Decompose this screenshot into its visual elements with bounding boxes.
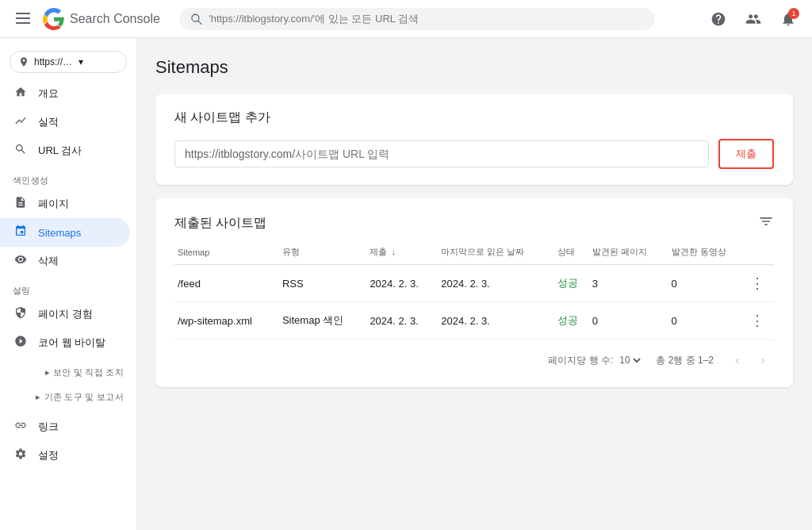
per-page: 페이지당 행 수: 10 25 50 — [548, 354, 643, 367]
sidebar-item-pages[interactable]: 페이지 — [0, 190, 130, 218]
sitemap-url-input-wrapper[interactable]: https://itblogstory.com/ — [174, 140, 709, 167]
site-url: https://itblogstory.c... — [34, 56, 74, 67]
url-prefix: https://itblogstory.com/ — [185, 148, 295, 160]
col-last-read: 마지막으로 읽은 날짜 — [438, 240, 553, 265]
section-security-label: 보안 및 직접 조치 — [53, 367, 124, 378]
section-indexing: 색인생성 — [0, 165, 136, 190]
page-nav: ‹ › — [726, 349, 774, 371]
section-security-expand: ▸ — [45, 367, 50, 378]
submitted-sitemaps-card: 제출된 사이트맵 Sitemap 유형 제출 ↓ 마지막으로 읽은 날짜 상태 … — [155, 198, 793, 387]
removals-icon — [13, 253, 29, 269]
search-input[interactable] — [209, 13, 644, 25]
per-page-label: 페이지당 행 수: — [548, 354, 613, 367]
sitemap-submitted-2: 2024. 2. 3. — [366, 302, 438, 340]
section-settings-label: 설링 — [13, 286, 31, 295]
pagination: 페이지당 행 수: 10 25 50 총 2행 중 1–2 ‹ › — [174, 340, 774, 371]
per-page-select[interactable]: 10 25 50 — [616, 354, 643, 367]
col-type: 유형 — [279, 240, 366, 265]
help-button[interactable] — [704, 5, 733, 33]
dropdown-icon: ▾ — [79, 56, 118, 67]
sidebar-label-url-inspection: URL 검사 — [38, 144, 82, 158]
section-security: ▸ 보안 및 직접 조치 — [0, 357, 136, 382]
add-sitemap-form: https://itblogstory.com/ 제출 — [174, 139, 774, 169]
sidebar-item-sitemaps[interactable]: Sitemaps — [0, 218, 130, 247]
sidebar-label-overview: 개요 — [38, 86, 59, 101]
section-legacy: ▸ 기존 도구 및 보고서 — [0, 382, 136, 406]
col-sitemap: Sitemap — [174, 240, 279, 265]
sidebar-label-settings: 설정 — [38, 448, 59, 463]
sidebar-label-performance: 실적 — [38, 115, 59, 129]
links-icon — [13, 419, 29, 435]
sitemap-videos-1: 0 — [668, 265, 748, 302]
svg-rect-2 — [16, 22, 30, 24]
section-legacy-label: 기존 도구 및 보고서 — [44, 391, 124, 403]
sidebar-item-url-inspection[interactable]: URL 검사 — [0, 136, 130, 165]
search-box[interactable] — [179, 8, 655, 30]
sidebar-label-removals: 삭제 — [38, 254, 59, 268]
topbar-icons: 1 — [704, 5, 802, 33]
sitemap-type-2: Sitemap 색인 — [279, 302, 366, 340]
sidebar-item-core-web-vitals[interactable]: 코어 웹 바이탈 — [0, 328, 130, 357]
more-icon-2[interactable]: ⋮ — [750, 313, 764, 328]
topbar: Search Console 1 — [0, 0, 812, 38]
settings-icon — [13, 447, 29, 463]
sitemap-type-1: RSS — [279, 265, 366, 302]
table-row: /wp-sitemap.xml Sitemap 색인 2024. 2. 3. 2… — [174, 302, 774, 340]
sitemap-submitted-1: 2024. 2. 3. — [366, 265, 438, 302]
sidebar-item-performance[interactable]: 실적 — [0, 108, 130, 136]
svg-line-4 — [197, 20, 201, 23]
next-page-button[interactable]: › — [752, 349, 774, 371]
sitemaps-icon — [13, 225, 29, 240]
app-title: Search Console — [70, 12, 160, 26]
notification-badge: 1 — [788, 8, 799, 19]
section-settings: 설링 — [0, 275, 136, 300]
search-icon — [13, 143, 29, 159]
add-sitemap-card: 새 사이트맵 추가 https://itblogstory.com/ 제출 — [155, 94, 793, 185]
sitemaps-table: Sitemap 유형 제출 ↓ 마지막으로 읽은 날짜 상태 발견된 페이지 발… — [174, 240, 774, 340]
sitemap-pages-2: 0 — [589, 302, 668, 340]
col-pages: 발견된 페이지 — [589, 240, 668, 265]
sitemap-pages-1: 3 — [589, 265, 668, 302]
more-icon-1[interactable]: ⋮ — [750, 275, 764, 291]
submitted-sitemaps-title: 제출된 사이트맵 — [174, 215, 758, 232]
prev-page-button[interactable]: ‹ — [726, 349, 749, 371]
page-title: Sitemaps — [155, 57, 793, 78]
sidebar-label-page-experience: 페이지 경험 — [38, 307, 93, 321]
sitemap-url-input[interactable] — [295, 148, 699, 160]
submit-button[interactable]: 제출 — [718, 139, 774, 169]
sidebar-label-links: 링크 — [38, 420, 59, 434]
svg-rect-1 — [16, 17, 30, 19]
app-layout: https://itblogstory.c... ▾ 개요 실적 URL 검사 … — [0, 38, 812, 530]
page-experience-icon — [13, 306, 29, 322]
table-row: /feed RSS 2024. 2. 3. 2024. 2. 3. 성공 3 0… — [174, 265, 774, 302]
filter-icon[interactable] — [758, 213, 774, 233]
col-actions — [747, 240, 774, 265]
table-header-row: Sitemap 유형 제출 ↓ 마지막으로 읽은 날짜 상태 발견된 페이지 발… — [174, 240, 774, 265]
site-selector[interactable]: https://itblogstory.c... ▾ — [10, 51, 127, 73]
pagination-total: 총 2행 중 1–2 — [656, 354, 714, 367]
sidebar-item-removals[interactable]: 삭제 — [0, 247, 130, 275]
sidebar-label-pages: 페이지 — [38, 197, 69, 211]
col-videos: 발견한 동영상 — [668, 240, 748, 265]
performance-icon — [13, 114, 29, 130]
add-sitemap-title: 새 사이트맵 추가 — [174, 109, 774, 126]
home-icon — [13, 86, 29, 102]
hamburger-icon[interactable] — [10, 3, 36, 34]
section-indexing-label: 색인생성 — [13, 175, 48, 185]
sidebar-item-overview[interactable]: 개요 — [0, 79, 130, 108]
accounts-button[interactable] — [739, 5, 768, 33]
table-header: 제출된 사이트맵 — [174, 213, 774, 233]
sidebar-item-settings[interactable]: 설정 — [0, 441, 130, 470]
sidebar-item-page-experience[interactable]: 페이지 경험 — [0, 300, 130, 328]
sidebar-item-links[interactable]: 링크 — [0, 413, 130, 441]
sidebar: https://itblogstory.c... ▾ 개요 실적 URL 검사 … — [0, 38, 136, 530]
col-status: 상태 — [554, 240, 589, 265]
sitemap-path-1: /feed — [174, 265, 279, 302]
notifications-button[interactable]: 1 — [774, 5, 802, 33]
sitemap-status-1: 성공 — [557, 277, 578, 289]
core-web-vitals-icon — [13, 335, 29, 351]
sitemap-status-2: 성공 — [557, 314, 578, 326]
svg-rect-0 — [16, 13, 30, 14]
col-submitted[interactable]: 제출 ↓ — [366, 240, 438, 265]
sidebar-label-core-web-vitals: 코어 웹 바이탈 — [38, 336, 105, 350]
